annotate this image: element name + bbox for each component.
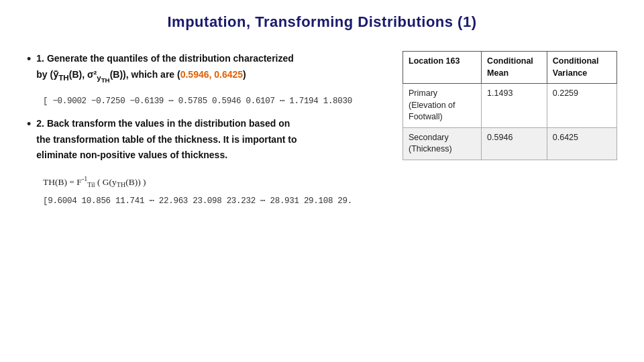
bullet-2-content: 2. Back transform the values in the dist… bbox=[36, 116, 297, 164]
col-header-mean: Conditional Mean bbox=[482, 52, 547, 84]
left-panel: • 1. Generate the quantiles of the distr… bbox=[27, 51, 382, 213]
bullet-1: • 1. Generate the quantiles of the distr… bbox=[27, 51, 382, 85]
row-primary-label: Primary (Elevation of Footwall) bbox=[403, 84, 482, 128]
array-1: [ −0.9002 −0.7250 −0.6139 ⋯ 0.5785 0.594… bbox=[43, 95, 382, 109]
highlight-values: 0.5946, 0.6425 bbox=[180, 69, 243, 80]
data-table: Location 163 Conditional Mean Conditiona… bbox=[402, 51, 617, 160]
bullet-2-text: 2. Back transform the values in the dist… bbox=[36, 118, 297, 161]
page: Imputation, Transforming Distributions (… bbox=[0, 0, 644, 362]
col-header-location: Location 163 bbox=[403, 52, 482, 84]
bullet-1-content: 1. Generate the quantiles of the distrib… bbox=[36, 51, 294, 85]
array-2: [9.6004 10.856 11.741 ⋯ 22.963 23.098 23… bbox=[43, 194, 382, 208]
row-primary-mean: 1.1493 bbox=[482, 84, 547, 128]
formula: TH(B) = F-1Til ( G(yTH(B)) ) bbox=[43, 173, 382, 190]
row-secondary-variance: 0.6425 bbox=[547, 127, 616, 160]
row-secondary-mean: 0.5946 bbox=[482, 127, 547, 160]
row-primary-variance: 0.2259 bbox=[547, 84, 616, 128]
table-row-secondary: Secondary (Thickness) 0.5946 0.6425 bbox=[403, 127, 617, 160]
row-secondary-label: Secondary (Thickness) bbox=[403, 127, 482, 160]
bullet-dot-2: • bbox=[27, 116, 31, 133]
page-title: Imputation, Transforming Distributions (… bbox=[27, 13, 617, 31]
bullet-2: • 2. Back transform the values in the di… bbox=[27, 116, 382, 164]
bullet-1-text: 1. Generate the quantiles of the distrib… bbox=[36, 53, 294, 80]
col-header-variance: Conditional Variance bbox=[547, 52, 616, 84]
content-area: • 1. Generate the quantiles of the distr… bbox=[27, 51, 617, 213]
bullet-dot-1: • bbox=[27, 51, 31, 68]
table-row-primary: Primary (Elevation of Footwall) 1.1493 0… bbox=[403, 84, 617, 128]
right-panel: Location 163 Conditional Mean Conditiona… bbox=[402, 51, 617, 160]
